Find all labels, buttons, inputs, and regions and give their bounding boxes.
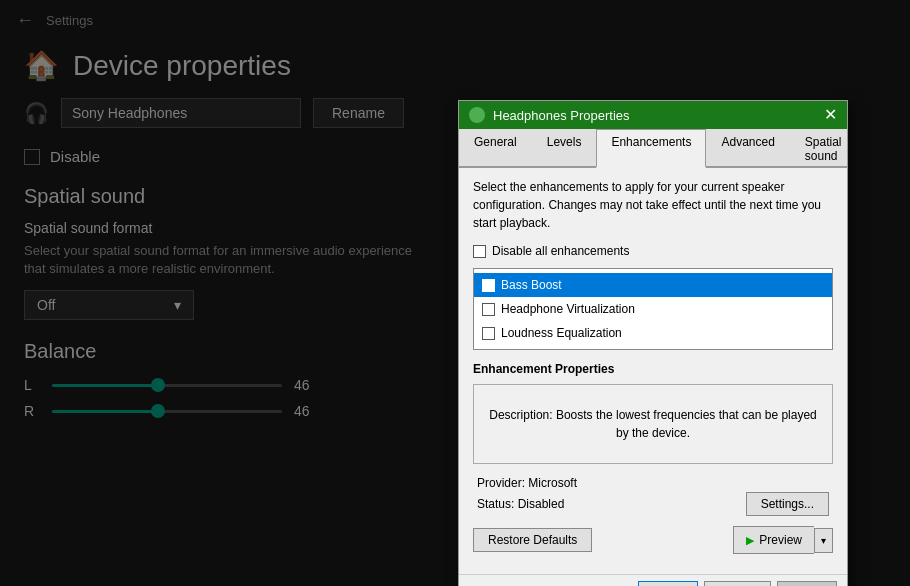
provider-text: Provider: Microsoft: [477, 474, 829, 492]
dialog-close-button[interactable]: ✕: [824, 107, 837, 123]
preview-label: Preview: [759, 531, 802, 549]
dialog-titlebar: Headphones Properties ✕: [459, 101, 847, 129]
headphones-properties-dialog: Headphones Properties ✕ General Levels E…: [458, 100, 848, 586]
dialog-titlebar-left: Headphones Properties: [469, 107, 630, 123]
disable-all-row: Disable all enhancements: [473, 242, 833, 260]
settings-button[interactable]: Settings...: [746, 492, 829, 516]
play-icon: ▶: [746, 532, 754, 549]
tab-advanced[interactable]: Advanced: [706, 129, 789, 168]
disable-all-checkbox[interactable]: [473, 245, 486, 258]
enh-description: Description: Boosts the lowest frequenci…: [482, 406, 824, 442]
apply-button[interactable]: Apply: [777, 581, 837, 586]
enhancement-loudness-eq[interactable]: Loudness Equalization: [474, 321, 832, 345]
dialog-tabs: General Levels Enhancements Advanced Spa…: [459, 129, 847, 168]
enhancement-listbox: Bass Boost Headphone Virtualization Loud…: [473, 268, 833, 350]
headphone-virt-label: Headphone Virtualization: [501, 300, 635, 318]
restore-defaults-button[interactable]: Restore Defaults: [473, 528, 592, 552]
preview-dropdown-arrow[interactable]: ▾: [814, 528, 833, 553]
disable-all-label: Disable all enhancements: [492, 242, 629, 260]
loudness-eq-label: Loudness Equalization: [501, 324, 622, 342]
tab-spatial-sound[interactable]: Spatial sound: [790, 129, 857, 168]
dialog-body: Select the enhancements to apply for you…: [459, 168, 847, 574]
dialog-ok-row: OK Cancel Apply: [459, 574, 847, 586]
tab-general[interactable]: General: [459, 129, 532, 168]
enhancement-headphone-virt[interactable]: Headphone Virtualization: [474, 297, 832, 321]
dialog-app-icon: [469, 107, 485, 123]
dialog-footer-btns: Restore Defaults ▶ Preview ▾: [473, 526, 833, 554]
dialog-title: Headphones Properties: [493, 108, 630, 123]
dialog-description: Select the enhancements to apply for you…: [473, 178, 833, 232]
preview-btn-group: ▶ Preview ▾: [733, 526, 833, 554]
status-text: Status: Disabled: [477, 495, 564, 513]
bass-boost-label: Bass Boost: [501, 276, 562, 294]
tab-enhancements[interactable]: Enhancements: [596, 129, 706, 168]
enh-provider-status: Provider: Microsoft Status: Disabled Set…: [473, 474, 833, 516]
ok-button[interactable]: OK: [638, 581, 697, 586]
bass-boost-checkbox[interactable]: [482, 279, 495, 292]
cancel-button[interactable]: Cancel: [704, 581, 771, 586]
loudness-eq-checkbox[interactable]: [482, 327, 495, 340]
tab-levels[interactable]: Levels: [532, 129, 597, 168]
enhancement-bass-boost[interactable]: Bass Boost: [474, 273, 832, 297]
headphone-virt-checkbox[interactable]: [482, 303, 495, 316]
enh-props-box: Description: Boosts the lowest frequenci…: [473, 384, 833, 464]
preview-button[interactable]: ▶ Preview: [733, 526, 814, 554]
enh-props-title: Enhancement Properties: [473, 360, 833, 378]
